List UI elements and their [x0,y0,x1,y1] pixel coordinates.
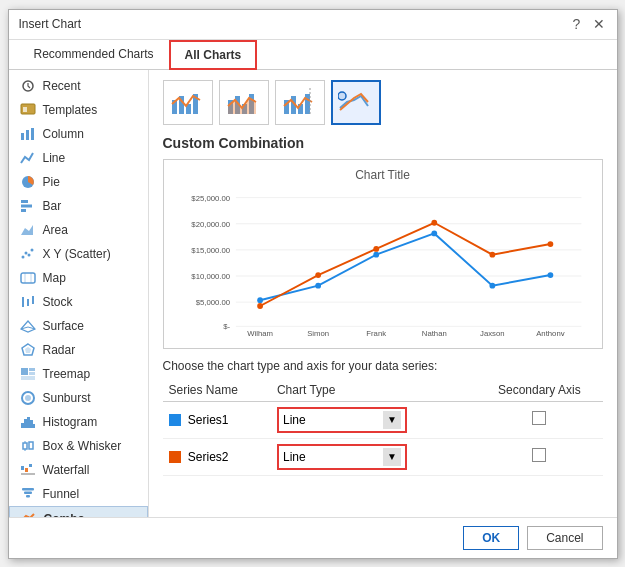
svg-point-28 [25,395,31,401]
svg-rect-35 [29,442,33,449]
svg-rect-32 [30,420,33,428]
series1-chart-type-value: Line [283,413,306,427]
series2-secondary-axis-checkbox[interactable] [532,448,546,462]
title-bar: Insert Chart ? ✕ [9,10,617,40]
ok-button[interactable]: OK [463,526,519,550]
svg-text:Wilham: Wilham [247,329,273,336]
svg-text:$5,000.00: $5,000.00 [195,298,229,307]
sidebar-label-waterfall: Waterfall [43,463,90,477]
sidebar-item-bar[interactable]: Bar [9,194,148,218]
sidebar-label-column: Column [43,127,84,141]
sidebar-item-funnel[interactable]: Funnel [9,482,148,506]
help-button[interactable]: ? [569,16,585,32]
svg-point-75 [257,297,263,303]
sidebar-label-area: Area [43,223,68,237]
svg-point-80 [547,272,553,278]
series1-chart-type-dropdown[interactable]: Line ▼ [277,407,407,433]
sidebar-label-sunburst: Sunburst [43,391,91,405]
map-icon [19,271,37,285]
svg-text:Nathan: Nathan [421,329,446,336]
svg-rect-42 [22,488,34,491]
svg-rect-3 [21,133,24,140]
svg-point-78 [431,230,437,236]
combo-type-2[interactable] [219,80,269,125]
svg-text:$15,000.00: $15,000.00 [191,245,230,254]
sidebar-label-templates: Templates [43,103,98,117]
chart-preview: Chart Title $25,000.00 $20,000.00 $15,00… [163,159,603,349]
sidebar-item-pie[interactable]: Pie [9,170,148,194]
sidebar-item-line[interactable]: Line [9,146,148,170]
column-icon [19,127,37,141]
svg-rect-30 [24,419,27,428]
sidebar-item-xy[interactable]: X Y (Scatter) [9,242,148,266]
sidebar-item-boxwhisker[interactable]: Box & Whisker [9,434,148,458]
svg-rect-38 [21,466,24,470]
combo-type-3[interactable] [275,80,325,125]
sidebar-item-area[interactable]: Area [9,218,148,242]
svg-rect-59 [305,94,310,114]
stock-icon [19,295,37,309]
sidebar-item-templates[interactable]: Templates [9,98,148,122]
surface-icon [19,319,37,333]
tab-all-charts[interactable]: All Charts [169,40,258,70]
recent-icon [19,79,37,93]
svg-rect-23 [21,368,28,375]
main-content: Recent Templates Column Line [9,70,617,517]
sidebar-item-recent[interactable]: Recent [9,74,148,98]
series2-empty-cell [460,438,476,475]
svg-text:Simon: Simon [307,329,329,336]
chart-area: $25,000.00 $20,000.00 $15,000.00 $10,000… [172,186,594,336]
sidebar-label-xy: X Y (Scatter) [43,247,111,261]
cancel-button[interactable]: Cancel [527,526,602,550]
sidebar-item-column[interactable]: Column [9,122,148,146]
svg-point-77 [373,251,379,257]
series1-dropdown-arrow[interactable]: ▼ [383,411,401,429]
right-panel: Custom Combination Chart Title $25,000.0… [149,70,617,517]
sidebar: Recent Templates Column Line [9,70,149,517]
sidebar-item-surface[interactable]: Surface [9,314,148,338]
combo-type-1[interactable] [163,80,213,125]
svg-rect-44 [26,495,30,498]
section-title: Custom Combination [163,135,603,151]
series2-color-swatch [169,451,181,463]
sidebar-label-bar: Bar [43,199,62,213]
series1-secondary-axis-checkbox[interactable] [532,411,546,425]
svg-rect-43 [24,491,32,494]
radar-icon [19,343,37,357]
svg-text:Anthony: Anthony [536,329,565,336]
box-icon [19,439,37,453]
sidebar-label-treemap: Treemap [43,367,91,381]
tab-recommended[interactable]: Recommended Charts [19,40,169,70]
svg-point-12 [24,251,27,254]
combo-type-4[interactable] [331,80,381,125]
sidebar-item-combo[interactable]: Combo [9,506,148,517]
chart-title: Chart Title [172,168,594,182]
svg-text:$25,000.00: $25,000.00 [191,193,230,202]
sidebar-item-treemap[interactable]: Treemap [9,362,148,386]
sidebar-item-radar[interactable]: Radar [9,338,148,362]
sidebar-label-histogram: Histogram [43,415,98,429]
line-icon [19,151,37,165]
sidebar-label-surface: Surface [43,319,84,333]
dialog-title: Insert Chart [19,17,82,31]
series2-secondary-axis-cell [476,438,602,475]
sidebar-label-radar: Radar [43,343,76,357]
series1-secondary-axis-cell [476,401,602,438]
series2-dropdown-arrow[interactable]: ▼ [383,448,401,466]
svg-point-84 [431,219,437,225]
series1-empty-cell [460,401,476,438]
bar-icon [19,199,37,213]
sidebar-item-stock[interactable]: Stock [9,290,148,314]
close-button[interactable]: ✕ [591,16,607,32]
treemap-icon [19,367,37,381]
title-bar-controls: ? ✕ [569,16,607,32]
table-row: Series2 Line ▼ [163,438,603,475]
footer: OK Cancel [9,517,617,558]
histogram-icon [19,415,37,429]
sidebar-item-map[interactable]: Map [9,266,148,290]
sidebar-item-waterfall[interactable]: Waterfall [9,458,148,482]
series2-chart-type-dropdown[interactable]: Line ▼ [277,444,407,470]
sidebar-item-histogram[interactable]: Histogram [9,410,148,434]
sidebar-item-sunburst[interactable]: Sunburst [9,386,148,410]
sunburst-icon [19,391,37,405]
